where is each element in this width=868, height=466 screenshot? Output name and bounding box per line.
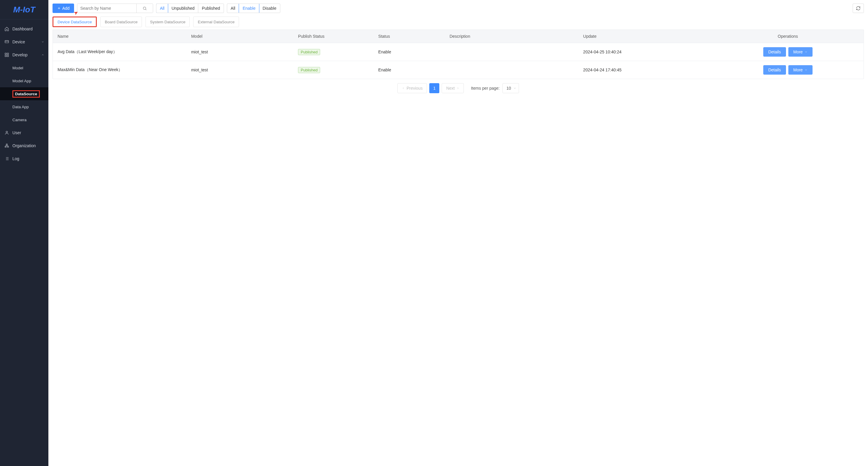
chevron-down-icon [805,68,808,71]
publish-badge: Published [298,67,320,73]
cell-description [445,43,579,61]
cell-operations: DetailsMore [712,61,864,79]
cell-status: Enable [374,43,445,61]
svg-rect-6 [6,144,7,145]
grid-icon [4,53,9,57]
brand-logo: M-IoT [0,0,49,20]
col-header-publish-status: Publish Status [293,30,374,43]
search-button[interactable] [136,4,153,13]
pager-previous[interactable]: Previous [397,83,427,93]
svg-point-9 [143,7,146,9]
enable-filter-enable[interactable]: Enable [239,4,259,13]
device-icon [4,39,9,44]
sidebar-sub-data-app[interactable]: Data App [0,100,49,113]
more-button[interactable]: More [788,65,812,74]
sidebar-sub-label: DataSource [12,90,40,98]
sidebar-sub-model[interactable]: Model [0,61,49,74]
svg-rect-1 [5,53,6,55]
items-per-page-label: Items per page: [471,86,499,91]
more-button[interactable]: More [788,47,812,57]
chevron-down-icon [514,87,516,90]
col-header-name: Name [53,30,186,43]
cell-name: Max&Min Data（Near One Week） [53,61,186,79]
add-button[interactable]: ＋ Add [53,4,74,13]
pager-next[interactable]: Next [442,83,464,93]
sidebar-item-develop[interactable]: Develop [0,49,49,61]
sidebar-item-label: Device [12,39,41,44]
tab-device-datasource[interactable]: Device DataSource [53,17,97,27]
svg-rect-7 [5,146,6,147]
cell-operations: DetailsMore [712,43,864,61]
publish-badge: Published [298,49,320,55]
sidebar-sub-datasource[interactable]: DataSource [0,87,49,100]
chevron-up-icon [41,53,44,56]
list-icon [4,156,9,161]
search-icon [143,6,147,11]
main-content: ＋ Add ➤ All Unpublished Published [49,0,868,466]
user-icon [4,130,9,135]
col-header-model: Model [186,30,293,43]
svg-rect-8 [7,146,8,147]
sidebar-sub-model-app[interactable]: Model App [0,74,49,87]
col-header-update: Update [579,30,712,43]
sidebar-sub-label: Model [12,66,23,70]
col-header-description: Description [445,30,579,43]
sidebar-item-device[interactable]: Device [0,35,49,49]
svg-rect-0 [5,40,8,43]
sidebar-item-dashboard[interactable]: Dashboard [0,23,49,35]
publish-filter-all[interactable]: All [156,4,168,13]
cell-publish-status: Published [293,43,374,61]
sidebar-item-label: Dashboard [12,27,44,31]
items-per-page: Items per page: 10 [471,83,519,93]
sidebar-item-organization[interactable]: Organization [0,139,49,152]
refresh-button[interactable] [852,4,864,13]
toolbar: ＋ Add ➤ All Unpublished Published [53,4,864,13]
cell-update: 2024-04-25 10:40:24 [579,43,712,61]
sidebar-item-log[interactable]: Log [0,152,49,165]
cell-status: Enable [374,61,445,79]
chevron-down-icon [41,40,44,43]
tab-system-datasource[interactable]: System DataSource [146,17,190,27]
cell-publish-status: Published [293,61,374,79]
sidebar-nav: Dashboard Device Develop Model Model Ap [0,20,49,165]
svg-rect-2 [7,53,8,55]
tab-external-datasource[interactable]: External DataSource [193,17,239,27]
search-input[interactable] [77,4,136,13]
sidebar-sub-camera[interactable]: Camera [0,113,49,126]
search-group [77,4,153,13]
datasource-table: Name Model Publish Status Status Descrip… [53,30,864,79]
details-button[interactable]: Details [763,47,786,57]
publish-filter-unpublished[interactable]: Unpublished [168,4,198,13]
publish-filter-published[interactable]: Published [198,4,224,13]
cell-description [445,61,579,79]
chevron-right-icon [457,87,459,90]
add-button-label: Add [62,6,70,11]
table-header-row: Name Model Publish Status Status Descrip… [53,30,864,43]
details-button[interactable]: Details [763,65,786,74]
pagination-row: Previous 1 Next Items per page: 10 [53,83,864,93]
svg-rect-4 [7,55,8,57]
sidebar-item-user[interactable]: User [0,126,49,139]
refresh-icon [856,6,861,11]
sidebar-sub-label: Model App [12,79,31,83]
table-row: Avg Data（Last Week/per day）miot_testPubl… [53,43,864,61]
chevron-down-icon [805,51,808,53]
sidebar-item-label: Develop [12,53,41,57]
cell-update: 2024-04-24 17:40:45 [579,61,712,79]
datasource-type-tabs: Device DataSource Board DataSource Syste… [53,17,864,27]
publish-filter: All Unpublished Published [156,4,224,13]
enable-filter-disable[interactable]: Disable [259,4,280,13]
sidebar-sub-label: Data App [12,105,29,109]
cell-model: miot_test [186,43,293,61]
sidebar-sub-label: Camera [12,118,27,122]
pager-page-current[interactable]: 1 [429,83,439,93]
items-per-page-select[interactable]: 10 [502,83,519,93]
sidebar-item-label: User [12,130,44,135]
home-icon [4,27,9,31]
tab-board-datasource[interactable]: Board DataSource [100,17,142,27]
enable-filter: All Enable Disable [227,4,280,13]
svg-rect-3 [5,55,6,57]
enable-filter-all[interactable]: All [227,4,239,13]
sidebar-item-label: Log [12,156,44,161]
cell-model: miot_test [186,61,293,79]
